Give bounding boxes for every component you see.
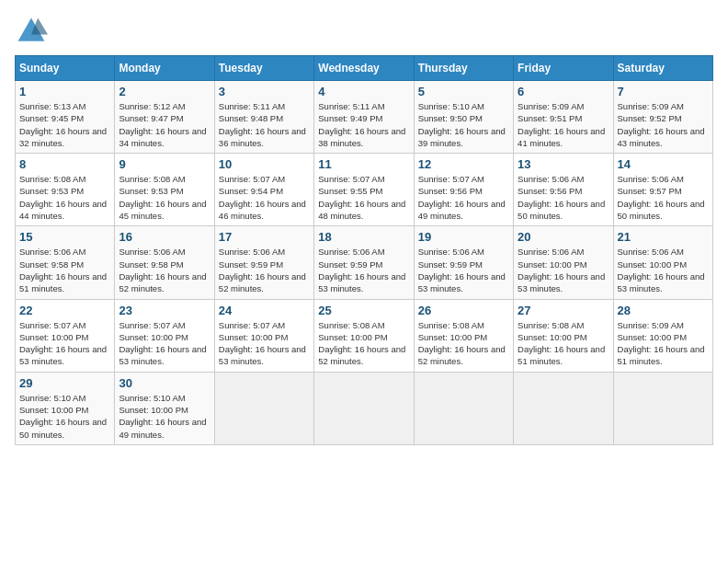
day-cell	[514, 372, 613, 444]
day-info: Sunrise: 5:06 AM Sunset: 9:58 PM Dayligh…	[119, 246, 210, 294]
day-number: 28	[618, 304, 709, 317]
day-number: 13	[518, 157, 609, 171]
day-number: 11	[318, 157, 409, 171]
day-info: Sunrise: 5:08 AM Sunset: 10:00 PM Daylig…	[518, 319, 609, 368]
header-day-thursday: Thursday	[414, 56, 513, 81]
day-number: 5	[418, 85, 509, 98]
header-day-sunday: Sunday	[16, 56, 115, 81]
day-cell: 15Sunrise: 5:06 AM Sunset: 9:58 PM Dayli…	[16, 226, 115, 299]
logo-icon	[15, 15, 48, 48]
header	[15, 15, 713, 48]
day-number: 22	[19, 304, 110, 317]
day-cell: 27Sunrise: 5:08 AM Sunset: 10:00 PM Dayl…	[514, 299, 613, 372]
day-cell: 11Sunrise: 5:07 AM Sunset: 9:55 PM Dayli…	[314, 154, 414, 226]
day-number: 17	[219, 230, 310, 244]
day-info: Sunrise: 5:07 AM Sunset: 10:00 PM Daylig…	[219, 319, 310, 368]
day-info: Sunrise: 5:10 AM Sunset: 10:00 PM Daylig…	[119, 392, 210, 441]
day-number: 23	[119, 304, 210, 317]
day-info: Sunrise: 5:06 AM Sunset: 9:59 PM Dayligh…	[418, 246, 509, 294]
day-info: Sunrise: 5:07 AM Sunset: 9:55 PM Dayligh…	[318, 173, 409, 222]
week-row-4: 22Sunrise: 5:07 AM Sunset: 10:00 PM Dayl…	[16, 299, 713, 372]
day-number: 24	[219, 304, 310, 317]
day-number: 12	[418, 157, 509, 171]
day-number: 1	[19, 85, 110, 98]
day-info: Sunrise: 5:12 AM Sunset: 9:47 PM Dayligh…	[119, 100, 210, 149]
day-cell: 28Sunrise: 5:09 AM Sunset: 10:00 PM Dayl…	[613, 299, 712, 372]
day-number: 15	[19, 230, 110, 244]
day-cell	[214, 372, 313, 444]
day-info: Sunrise: 5:06 AM Sunset: 10:00 PM Daylig…	[518, 246, 609, 294]
day-cell: 2Sunrise: 5:12 AM Sunset: 9:47 PM Daylig…	[115, 81, 214, 154]
day-number: 9	[119, 157, 210, 171]
week-row-1: 1Sunrise: 5:13 AM Sunset: 9:45 PM Daylig…	[16, 81, 713, 154]
day-info: Sunrise: 5:09 AM Sunset: 9:51 PM Dayligh…	[518, 100, 609, 149]
day-info: Sunrise: 5:08 AM Sunset: 9:53 PM Dayligh…	[19, 173, 110, 222]
day-cell: 13Sunrise: 5:06 AM Sunset: 9:56 PM Dayli…	[514, 154, 613, 226]
day-cell: 20Sunrise: 5:06 AM Sunset: 10:00 PM Dayl…	[514, 226, 613, 299]
header-day-saturday: Saturday	[613, 56, 712, 81]
day-number: 30	[119, 376, 210, 390]
header-day-friday: Friday	[514, 56, 613, 81]
day-cell: 7Sunrise: 5:09 AM Sunset: 9:52 PM Daylig…	[613, 81, 712, 154]
day-cell: 24Sunrise: 5:07 AM Sunset: 10:00 PM Dayl…	[214, 299, 313, 372]
day-info: Sunrise: 5:07 AM Sunset: 10:00 PM Daylig…	[19, 319, 110, 368]
header-day-wednesday: Wednesday	[314, 56, 414, 81]
day-info: Sunrise: 5:13 AM Sunset: 9:45 PM Dayligh…	[19, 100, 110, 149]
day-number: 21	[618, 230, 709, 244]
day-info: Sunrise: 5:07 AM Sunset: 10:00 PM Daylig…	[119, 319, 210, 368]
day-number: 14	[618, 157, 709, 171]
day-info: Sunrise: 5:06 AM Sunset: 10:00 PM Daylig…	[618, 246, 709, 294]
day-info: Sunrise: 5:11 AM Sunset: 9:49 PM Dayligh…	[318, 100, 409, 149]
header-day-monday: Monday	[115, 56, 214, 81]
day-number: 18	[318, 230, 409, 244]
day-number: 29	[19, 376, 110, 390]
calendar-body: 1Sunrise: 5:13 AM Sunset: 9:45 PM Daylig…	[16, 81, 713, 445]
week-row-3: 15Sunrise: 5:06 AM Sunset: 9:58 PM Dayli…	[16, 226, 713, 299]
day-cell: 26Sunrise: 5:08 AM Sunset: 10:00 PM Dayl…	[414, 299, 513, 372]
day-cell: 30Sunrise: 5:10 AM Sunset: 10:00 PM Dayl…	[115, 372, 214, 444]
day-info: Sunrise: 5:06 AM Sunset: 9:59 PM Dayligh…	[219, 246, 310, 294]
day-cell: 23Sunrise: 5:07 AM Sunset: 10:00 PM Dayl…	[115, 299, 214, 372]
day-number: 3	[219, 85, 310, 98]
day-cell: 10Sunrise: 5:07 AM Sunset: 9:54 PM Dayli…	[214, 154, 313, 226]
day-cell: 29Sunrise: 5:10 AM Sunset: 10:00 PM Dayl…	[16, 372, 115, 444]
day-info: Sunrise: 5:10 AM Sunset: 10:00 PM Daylig…	[19, 392, 110, 441]
day-cell: 3Sunrise: 5:11 AM Sunset: 9:48 PM Daylig…	[214, 81, 313, 154]
day-number: 20	[518, 230, 609, 244]
header-day-tuesday: Tuesday	[214, 56, 313, 81]
day-info: Sunrise: 5:07 AM Sunset: 9:54 PM Dayligh…	[219, 173, 310, 222]
day-number: 6	[518, 85, 609, 98]
day-cell: 8Sunrise: 5:08 AM Sunset: 9:53 PM Daylig…	[16, 154, 115, 226]
week-row-2: 8Sunrise: 5:08 AM Sunset: 9:53 PM Daylig…	[16, 154, 713, 226]
day-number: 8	[19, 157, 110, 171]
day-number: 27	[518, 304, 609, 317]
day-cell	[613, 372, 712, 444]
day-info: Sunrise: 5:08 AM Sunset: 9:53 PM Dayligh…	[119, 173, 210, 222]
day-cell: 17Sunrise: 5:06 AM Sunset: 9:59 PM Dayli…	[214, 226, 313, 299]
day-cell: 6Sunrise: 5:09 AM Sunset: 9:51 PM Daylig…	[514, 81, 613, 154]
day-cell: 12Sunrise: 5:07 AM Sunset: 9:56 PM Dayli…	[414, 154, 513, 226]
logo	[15, 15, 53, 48]
day-cell: 22Sunrise: 5:07 AM Sunset: 10:00 PM Dayl…	[16, 299, 115, 372]
day-cell	[314, 372, 414, 444]
day-cell: 5Sunrise: 5:10 AM Sunset: 9:50 PM Daylig…	[414, 81, 513, 154]
header-row: SundayMondayTuesdayWednesdayThursdayFrid…	[16, 56, 713, 81]
day-cell: 16Sunrise: 5:06 AM Sunset: 9:58 PM Dayli…	[115, 226, 214, 299]
day-number: 2	[119, 85, 210, 98]
day-cell: 9Sunrise: 5:08 AM Sunset: 9:53 PM Daylig…	[115, 154, 214, 226]
day-cell: 21Sunrise: 5:06 AM Sunset: 10:00 PM Dayl…	[613, 226, 712, 299]
day-number: 4	[318, 85, 409, 98]
day-info: Sunrise: 5:09 AM Sunset: 10:00 PM Daylig…	[618, 319, 709, 368]
day-cell: 14Sunrise: 5:06 AM Sunset: 9:57 PM Dayli…	[613, 154, 712, 226]
day-info: Sunrise: 5:06 AM Sunset: 9:56 PM Dayligh…	[518, 173, 609, 222]
day-cell: 19Sunrise: 5:06 AM Sunset: 9:59 PM Dayli…	[414, 226, 513, 299]
day-number: 26	[418, 304, 509, 317]
day-number: 16	[119, 230, 210, 244]
calendar-header: SundayMondayTuesdayWednesdayThursdayFrid…	[16, 56, 713, 81]
day-cell	[414, 372, 513, 444]
day-cell: 18Sunrise: 5:06 AM Sunset: 9:59 PM Dayli…	[314, 226, 414, 299]
day-info: Sunrise: 5:06 AM Sunset: 9:59 PM Dayligh…	[318, 246, 409, 294]
day-info: Sunrise: 5:06 AM Sunset: 9:58 PM Dayligh…	[19, 246, 110, 294]
day-info: Sunrise: 5:06 AM Sunset: 9:57 PM Dayligh…	[618, 173, 709, 222]
day-info: Sunrise: 5:09 AM Sunset: 9:52 PM Dayligh…	[618, 100, 709, 149]
